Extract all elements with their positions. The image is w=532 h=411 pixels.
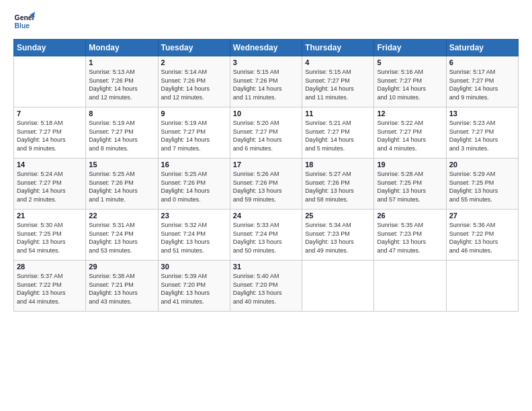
day-cell: 29Sunrise: 5:38 AM Sunset: 7:21 PM Dayli… (86, 261, 158, 312)
day-cell: 25Sunrise: 5:34 AM Sunset: 7:23 PM Dayli… (302, 210, 374, 261)
day-info: Sunrise: 5:28 AM Sunset: 7:25 PM Dayligh… (377, 170, 443, 203)
day-cell: 3Sunrise: 5:15 AM Sunset: 7:26 PM Daylig… (230, 56, 302, 107)
day-number: 31 (233, 263, 299, 271)
week-row-3: 14Sunrise: 5:24 AM Sunset: 7:27 PM Dayli… (14, 158, 519, 210)
day-number: 9 (161, 109, 227, 118)
day-number: 8 (89, 109, 154, 118)
day-cell: 20Sunrise: 5:29 AM Sunset: 7:25 PM Dayli… (446, 158, 518, 210)
day-number: 15 (89, 161, 154, 169)
day-number: 17 (233, 161, 299, 169)
day-info: Sunrise: 5:35 AM Sunset: 7:23 PM Dayligh… (377, 221, 443, 255)
day-cell: 9Sunrise: 5:19 AM Sunset: 7:27 PM Daylig… (158, 107, 230, 158)
day-cell: 26Sunrise: 5:35 AM Sunset: 7:23 PM Dayli… (374, 210, 446, 261)
day-cell: 12Sunrise: 5:22 AM Sunset: 7:27 PM Dayli… (374, 107, 446, 158)
day-info: Sunrise: 5:39 AM Sunset: 7:20 PM Dayligh… (161, 272, 227, 306)
day-cell: 13Sunrise: 5:23 AM Sunset: 7:27 PM Dayli… (446, 107, 518, 158)
day-info: Sunrise: 5:20 AM Sunset: 7:27 PM Dayligh… (233, 119, 299, 152)
day-cell: 6Sunrise: 5:17 AM Sunset: 7:27 PM Daylig… (446, 56, 518, 107)
day-cell: 24Sunrise: 5:33 AM Sunset: 7:24 PM Dayli… (230, 210, 302, 261)
day-cell: 5Sunrise: 5:16 AM Sunset: 7:27 PM Daylig… (374, 56, 446, 107)
day-cell: 16Sunrise: 5:25 AM Sunset: 7:26 PM Dayli… (158, 158, 230, 210)
day-info: Sunrise: 5:24 AM Sunset: 7:27 PM Dayligh… (17, 170, 83, 203)
day-cell: 21Sunrise: 5:30 AM Sunset: 7:25 PM Dayli… (14, 210, 86, 261)
header-cell-saturday: Saturday (446, 40, 518, 56)
day-number: 16 (161, 161, 227, 169)
day-info: Sunrise: 5:16 AM Sunset: 7:27 PM Dayligh… (377, 68, 443, 101)
day-number: 10 (233, 109, 299, 118)
day-number: 18 (305, 161, 371, 169)
day-number: 11 (305, 109, 371, 118)
day-cell: 1Sunrise: 5:13 AM Sunset: 7:26 PM Daylig… (86, 56, 158, 107)
day-number: 6 (449, 58, 515, 66)
day-cell: 23Sunrise: 5:32 AM Sunset: 7:24 PM Dayli… (158, 210, 230, 261)
day-info: Sunrise: 5:34 AM Sunset: 7:23 PM Dayligh… (305, 221, 371, 255)
day-cell: 22Sunrise: 5:31 AM Sunset: 7:24 PM Dayli… (86, 210, 158, 261)
day-number: 13 (449, 109, 515, 118)
day-number: 7 (17, 109, 83, 118)
day-cell: 8Sunrise: 5:19 AM Sunset: 7:27 PM Daylig… (86, 107, 158, 158)
header-cell-thursday: Thursday (302, 40, 374, 56)
day-info: Sunrise: 5:38 AM Sunset: 7:21 PM Dayligh… (89, 272, 154, 306)
day-info: Sunrise: 5:25 AM Sunset: 7:26 PM Dayligh… (89, 170, 154, 203)
day-info: Sunrise: 5:18 AM Sunset: 7:27 PM Dayligh… (17, 119, 83, 152)
day-cell: 15Sunrise: 5:25 AM Sunset: 7:26 PM Dayli… (86, 158, 158, 210)
day-number: 27 (449, 212, 515, 220)
day-number: 20 (449, 161, 515, 169)
day-cell: 31Sunrise: 5:40 AM Sunset: 7:20 PM Dayli… (230, 261, 302, 312)
day-info: Sunrise: 5:29 AM Sunset: 7:25 PM Dayligh… (449, 170, 515, 203)
day-info: Sunrise: 5:40 AM Sunset: 7:20 PM Dayligh… (233, 272, 299, 306)
day-cell (302, 261, 374, 312)
day-info: Sunrise: 5:33 AM Sunset: 7:24 PM Dayligh… (233, 221, 299, 255)
day-info: Sunrise: 5:26 AM Sunset: 7:26 PM Dayligh… (233, 170, 299, 203)
logo-icon: General Blue (13, 11, 35, 32)
day-info: Sunrise: 5:36 AM Sunset: 7:22 PM Dayligh… (449, 221, 515, 255)
day-info: Sunrise: 5:19 AM Sunset: 7:27 PM Dayligh… (161, 119, 227, 152)
day-info: Sunrise: 5:13 AM Sunset: 7:26 PM Dayligh… (89, 68, 154, 101)
header-cell-friday: Friday (374, 40, 446, 56)
week-row-2: 7Sunrise: 5:18 AM Sunset: 7:27 PM Daylig… (14, 107, 519, 158)
day-number: 23 (161, 212, 227, 220)
day-cell: 30Sunrise: 5:39 AM Sunset: 7:20 PM Dayli… (158, 261, 230, 312)
day-info: Sunrise: 5:25 AM Sunset: 7:26 PM Dayligh… (161, 170, 227, 203)
week-row-5: 28Sunrise: 5:37 AM Sunset: 7:22 PM Dayli… (14, 261, 519, 312)
logo: General Blue (13, 11, 38, 32)
day-number: 2 (161, 58, 227, 66)
day-cell: 28Sunrise: 5:37 AM Sunset: 7:22 PM Dayli… (14, 261, 86, 312)
day-number: 29 (89, 263, 154, 271)
day-info: Sunrise: 5:37 AM Sunset: 7:22 PM Dayligh… (17, 272, 83, 306)
day-cell: 27Sunrise: 5:36 AM Sunset: 7:22 PM Dayli… (446, 210, 518, 261)
day-info: Sunrise: 5:32 AM Sunset: 7:24 PM Dayligh… (161, 221, 227, 255)
day-cell (374, 261, 446, 312)
page: General Blue SundayMondayTuesdayWednesda… (0, 0, 532, 411)
header: General Blue (13, 11, 519, 32)
day-number: 21 (17, 212, 83, 220)
day-cell (446, 261, 518, 312)
day-number: 4 (305, 58, 371, 66)
day-info: Sunrise: 5:21 AM Sunset: 7:27 PM Dayligh… (305, 119, 371, 152)
day-cell: 2Sunrise: 5:14 AM Sunset: 7:26 PM Daylig… (158, 56, 230, 107)
day-number: 19 (377, 161, 443, 169)
header-cell-wednesday: Wednesday (230, 40, 302, 56)
day-number: 25 (305, 212, 371, 220)
day-cell: 10Sunrise: 5:20 AM Sunset: 7:27 PM Dayli… (230, 107, 302, 158)
day-info: Sunrise: 5:19 AM Sunset: 7:27 PM Dayligh… (89, 119, 154, 152)
week-row-1: 1Sunrise: 5:13 AM Sunset: 7:26 PM Daylig… (14, 56, 519, 107)
day-info: Sunrise: 5:17 AM Sunset: 7:27 PM Dayligh… (449, 68, 515, 101)
header-cell-tuesday: Tuesday (158, 40, 230, 56)
day-info: Sunrise: 5:22 AM Sunset: 7:27 PM Dayligh… (377, 119, 443, 152)
day-number: 28 (17, 263, 83, 271)
day-number: 24 (233, 212, 299, 220)
day-cell (14, 56, 86, 107)
day-number: 12 (377, 109, 443, 118)
day-cell: 11Sunrise: 5:21 AM Sunset: 7:27 PM Dayli… (302, 107, 374, 158)
day-cell: 17Sunrise: 5:26 AM Sunset: 7:26 PM Dayli… (230, 158, 302, 210)
calendar-table: SundayMondayTuesdayWednesdayThursdayFrid… (13, 39, 519, 312)
day-cell: 18Sunrise: 5:27 AM Sunset: 7:26 PM Dayli… (302, 158, 374, 210)
day-number: 5 (377, 58, 443, 66)
day-number: 30 (161, 263, 227, 271)
day-info: Sunrise: 5:30 AM Sunset: 7:25 PM Dayligh… (17, 221, 83, 255)
header-cell-sunday: Sunday (14, 40, 86, 56)
header-cell-monday: Monday (86, 40, 158, 56)
day-cell: 14Sunrise: 5:24 AM Sunset: 7:27 PM Dayli… (14, 158, 86, 210)
day-number: 14 (17, 161, 83, 169)
